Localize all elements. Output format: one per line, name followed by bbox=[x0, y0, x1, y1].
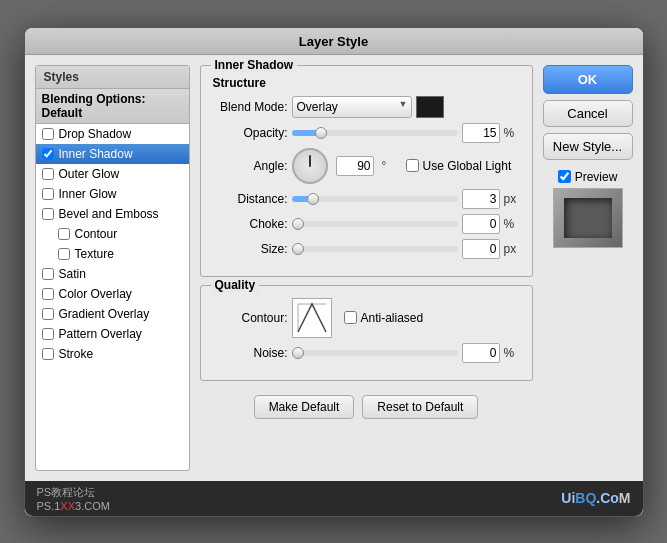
noise-input[interactable] bbox=[462, 343, 500, 363]
watermark-left: PS教程论坛 PS.1XX3.COM bbox=[37, 485, 110, 512]
angle-unit: ° bbox=[382, 159, 398, 173]
blend-mode-wrapper: Overlay Normal Multiply Screen bbox=[292, 96, 412, 118]
contour-checkbox[interactable] bbox=[58, 228, 70, 240]
sidebar-item-bevel-emboss[interactable]: Bevel and Emboss bbox=[36, 204, 189, 224]
inner-shadow-section: Inner Shadow Structure Blend Mode: Overl… bbox=[200, 65, 533, 277]
noise-label: Noise: bbox=[213, 346, 288, 360]
styles-panel-header: Styles bbox=[36, 66, 189, 89]
anti-alias-row: Anti-aliased bbox=[344, 311, 424, 325]
opacity-row: Opacity: % bbox=[213, 123, 520, 143]
choke-slider-container bbox=[292, 221, 458, 227]
opacity-label: Opacity: bbox=[213, 126, 288, 140]
reset-to-default-button[interactable]: Reset to Default bbox=[362, 395, 478, 419]
right-buttons-panel: OK Cancel New Style... Preview bbox=[543, 65, 633, 471]
size-input[interactable] bbox=[462, 239, 500, 259]
blend-mode-select[interactable]: Overlay Normal Multiply Screen bbox=[292, 96, 412, 118]
blend-color-swatch[interactable] bbox=[416, 96, 444, 118]
new-style-button[interactable]: New Style... bbox=[543, 133, 633, 160]
outer-glow-label: Outer Glow bbox=[59, 167, 120, 181]
ui-text: Ui bbox=[561, 490, 575, 506]
color-overlay-label: Color Overlay bbox=[59, 287, 132, 301]
contour-row: Contour: Anti-aliased bbox=[213, 298, 520, 338]
stroke-label: Stroke bbox=[59, 347, 94, 361]
sidebar-item-pattern-overlay[interactable]: Pattern Overlay bbox=[36, 324, 189, 344]
styles-list: Blending Options: Default Drop Shadow In… bbox=[36, 89, 189, 364]
angle-row: Angle: ° Use Global Light bbox=[213, 148, 520, 184]
layer-style-dialog: Layer Style Styles Blending Options: Def… bbox=[24, 27, 644, 517]
preview-label: Preview bbox=[575, 170, 618, 184]
anti-aliased-checkbox[interactable] bbox=[344, 311, 357, 324]
make-default-button[interactable]: Make Default bbox=[254, 395, 355, 419]
drop-shadow-label: Drop Shadow bbox=[59, 127, 132, 141]
angle-dial[interactable] bbox=[292, 148, 328, 184]
inner-glow-checkbox[interactable] bbox=[42, 188, 54, 200]
quality-section-label: Quality bbox=[211, 278, 260, 292]
sidebar-item-outer-glow[interactable]: Outer Glow bbox=[36, 164, 189, 184]
pattern-overlay-label: Pattern Overlay bbox=[59, 327, 142, 341]
outer-glow-checkbox[interactable] bbox=[42, 168, 54, 180]
satin-label: Satin bbox=[59, 267, 86, 281]
quality-section: Quality Contour: Anti-aliased bbox=[200, 285, 533, 381]
texture-label: Texture bbox=[75, 247, 114, 261]
satin-checkbox[interactable] bbox=[42, 268, 54, 280]
opacity-slider-container bbox=[292, 130, 458, 136]
inner-shadow-section-label: Inner Shadow bbox=[211, 58, 298, 72]
blending-options-label: Blending Options: Default bbox=[42, 92, 181, 120]
watermark-right-text: UiBQ.CoM bbox=[561, 490, 630, 506]
preview-section: Preview bbox=[543, 170, 633, 248]
sidebar-item-inner-glow[interactable]: Inner Glow bbox=[36, 184, 189, 204]
pattern-overlay-checkbox[interactable] bbox=[42, 328, 54, 340]
bevel-emboss-checkbox[interactable] bbox=[42, 208, 54, 220]
bq-text: BQ bbox=[575, 490, 596, 506]
sidebar-item-satin[interactable]: Satin bbox=[36, 264, 189, 284]
inner-shadow-label: Inner Shadow bbox=[59, 147, 133, 161]
cancel-button[interactable]: Cancel bbox=[543, 100, 633, 127]
sidebar-item-texture[interactable]: Texture bbox=[36, 244, 189, 264]
texture-checkbox[interactable] bbox=[58, 248, 70, 260]
noise-row: Noise: % bbox=[213, 343, 520, 363]
drop-shadow-checkbox[interactable] bbox=[42, 128, 54, 140]
distance-label: Distance: bbox=[213, 192, 288, 206]
inner-shadow-checkbox[interactable] bbox=[42, 148, 54, 160]
contour-label: Contour: bbox=[213, 311, 288, 325]
sidebar-item-blending-options[interactable]: Blending Options: Default bbox=[36, 89, 189, 124]
bottom-buttons: Make Default Reset to Default bbox=[200, 395, 533, 419]
blend-mode-row: Blend Mode: Overlay Normal Multiply Scre… bbox=[213, 96, 520, 118]
sidebar-item-stroke[interactable]: Stroke bbox=[36, 344, 189, 364]
sidebar-item-contour[interactable]: Contour bbox=[36, 224, 189, 244]
size-unit: px bbox=[504, 242, 520, 256]
preview-box bbox=[553, 188, 623, 248]
angle-section: ° Use Global Light bbox=[292, 148, 512, 184]
blend-mode-label: Blend Mode: bbox=[213, 100, 288, 114]
dialog-body: Styles Blending Options: Default Drop Sh… bbox=[25, 55, 643, 481]
sidebar-item-inner-shadow[interactable]: Inner Shadow bbox=[36, 144, 189, 164]
opacity-input[interactable] bbox=[462, 123, 500, 143]
preview-label-row: Preview bbox=[558, 170, 618, 184]
m-text: M bbox=[619, 490, 631, 506]
preview-inner bbox=[564, 198, 612, 238]
opacity-slider[interactable] bbox=[292, 130, 458, 136]
sidebar-item-color-overlay[interactable]: Color Overlay bbox=[36, 284, 189, 304]
choke-input[interactable] bbox=[462, 214, 500, 234]
distance-slider[interactable] bbox=[292, 196, 458, 202]
stroke-checkbox[interactable] bbox=[42, 348, 54, 360]
ok-button[interactable]: OK bbox=[543, 65, 633, 94]
co-text: Co bbox=[600, 490, 619, 506]
dialog-title: Layer Style bbox=[25, 28, 643, 55]
gradient-overlay-label: Gradient Overlay bbox=[59, 307, 150, 321]
sidebar-item-drop-shadow[interactable]: Drop Shadow bbox=[36, 124, 189, 144]
choke-unit: % bbox=[504, 217, 520, 231]
global-light-checkbox[interactable] bbox=[406, 159, 419, 172]
size-slider[interactable] bbox=[292, 246, 458, 252]
noise-slider-container bbox=[292, 350, 458, 356]
contour-preview[interactable] bbox=[292, 298, 332, 338]
sidebar-item-gradient-overlay[interactable]: Gradient Overlay bbox=[36, 304, 189, 324]
angle-input[interactable] bbox=[336, 156, 374, 176]
choke-slider[interactable] bbox=[292, 221, 458, 227]
preview-checkbox[interactable] bbox=[558, 170, 571, 183]
choke-row: Choke: % bbox=[213, 214, 520, 234]
noise-slider[interactable] bbox=[292, 350, 458, 356]
color-overlay-checkbox[interactable] bbox=[42, 288, 54, 300]
gradient-overlay-checkbox[interactable] bbox=[42, 308, 54, 320]
distance-input[interactable] bbox=[462, 189, 500, 209]
